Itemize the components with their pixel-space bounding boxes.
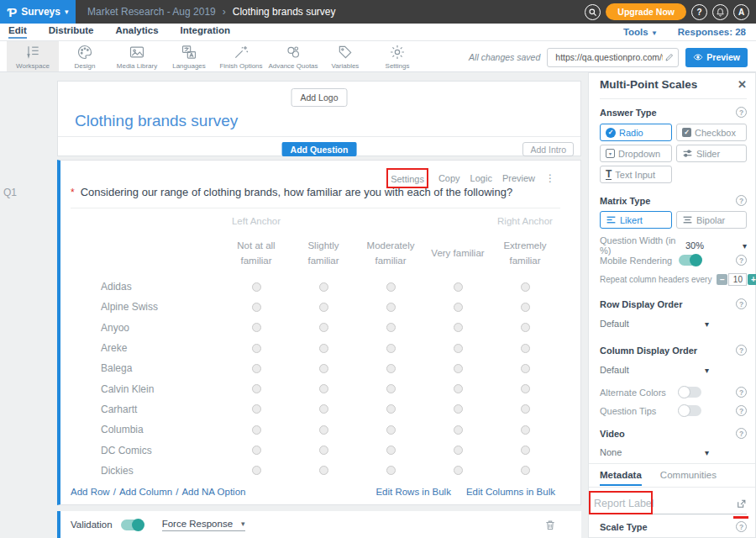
question-action-copy[interactable]: Copy xyxy=(438,173,460,183)
add-column-link[interactable]: Add Column xyxy=(119,487,172,497)
tools-menu[interactable]: Tools ▼ xyxy=(623,27,658,37)
option-text-input[interactable]: TText Input xyxy=(600,166,672,183)
help-icon[interactable]: ? xyxy=(736,428,747,439)
toolbar-item-finish-options[interactable]: Finish Options xyxy=(215,41,267,71)
help-icon[interactable]: ? xyxy=(736,345,747,356)
toolbar-item-variables[interactable]: Variables xyxy=(319,41,371,71)
edit-url-pencil-icon[interactable] xyxy=(664,52,675,62)
radio-button[interactable] xyxy=(521,466,530,475)
help-icon[interactable]: ? xyxy=(736,298,747,309)
radio-button[interactable] xyxy=(319,364,328,373)
breadcrumb-parent-link[interactable]: Market Research - Aug 2019 xyxy=(87,6,216,18)
column-display-order-dropdown[interactable]: Default ▾ xyxy=(600,365,709,375)
edit-columns-in-bulk-link[interactable]: Edit Columns in Bulk xyxy=(466,487,555,497)
question-overflow-menu-icon[interactable]: ⋮ xyxy=(545,172,555,184)
radio-button[interactable] xyxy=(454,303,463,312)
open-report-label-icon[interactable] xyxy=(736,498,747,509)
radio-button[interactable] xyxy=(386,303,396,312)
toolbar-item-languages[interactable]: Languages xyxy=(163,41,215,71)
matrix-row-label[interactable]: DC Comics xyxy=(71,445,223,456)
radio-button[interactable] xyxy=(319,344,328,353)
help-icon[interactable]: ? xyxy=(736,521,747,532)
row-display-order-dropdown[interactable]: Default ▾ xyxy=(600,319,709,329)
radio-button[interactable] xyxy=(252,404,261,414)
radio-button[interactable] xyxy=(252,425,261,435)
add-question-button[interactable]: Add Question xyxy=(282,142,357,156)
radio-button[interactable] xyxy=(521,384,530,393)
nav-tab-edit[interactable]: Edit xyxy=(8,25,27,39)
mobile-rendering-toggle[interactable] xyxy=(679,255,701,266)
radio-button[interactable] xyxy=(252,344,261,353)
question-tips-toggle[interactable] xyxy=(679,405,701,416)
matrix-column-header-very-familiar[interactable]: Very familiar xyxy=(424,246,491,261)
matrix-row-label[interactable]: Alpine Swiss xyxy=(71,301,223,313)
radio-button[interactable] xyxy=(319,404,328,414)
matrix-column-header-slightly-familiar[interactable]: Slightly familiar xyxy=(290,239,357,269)
matrix-row-label[interactable]: Dickies xyxy=(71,465,223,477)
help-icon[interactable]: ? xyxy=(736,255,747,266)
repeat-headers-value[interactable] xyxy=(728,273,747,286)
minus-button[interactable]: − xyxy=(717,274,727,285)
radio-button[interactable] xyxy=(454,384,463,393)
radio-button[interactable] xyxy=(386,384,396,393)
nav-tab-analytics[interactable]: Analytics xyxy=(115,25,158,39)
radio-button[interactable] xyxy=(319,425,328,435)
radio-button[interactable] xyxy=(454,446,463,455)
validation-toggle[interactable] xyxy=(121,520,144,530)
radio-button[interactable] xyxy=(386,364,396,373)
matrix-column-header-moderately-familiar[interactable]: Moderately familiar xyxy=(357,239,424,269)
radio-button[interactable] xyxy=(386,425,396,435)
help-button[interactable]: ? xyxy=(691,4,707,20)
matrix-row-label[interactable]: Carhartt xyxy=(71,404,223,415)
radio-button[interactable] xyxy=(252,384,261,393)
radio-button[interactable] xyxy=(319,446,328,455)
notifications-bell-icon[interactable] xyxy=(712,4,728,20)
option-radio[interactable]: ✓Radio xyxy=(600,124,672,141)
option-bipolar[interactable]: Bipolar xyxy=(676,211,747,229)
toolbar-item-media-library[interactable]: Media Library xyxy=(111,41,163,71)
help-icon[interactable]: ? xyxy=(736,195,747,206)
radio-button[interactable] xyxy=(454,344,463,353)
add-intro-button[interactable]: Add Intro xyxy=(522,142,574,156)
radio-button[interactable] xyxy=(252,303,261,312)
radio-button[interactable] xyxy=(521,323,530,332)
matrix-row-label[interactable]: Calvin Klein xyxy=(71,383,223,395)
close-icon[interactable]: ✕ xyxy=(738,78,747,91)
matrix-row-label[interactable]: Balega xyxy=(71,362,223,374)
question-action-preview[interactable]: Preview xyxy=(502,173,535,183)
help-icon[interactable]: ? xyxy=(736,405,747,416)
radio-button[interactable] xyxy=(454,425,463,435)
add-na-option-link[interactable]: Add NA Option xyxy=(181,487,245,497)
radio-button[interactable] xyxy=(454,282,463,292)
radio-button[interactable] xyxy=(319,323,328,332)
matrix-row-label[interactable]: Columbia xyxy=(71,424,223,435)
responses-count[interactable]: Responses: 28 xyxy=(678,27,746,37)
radio-button[interactable] xyxy=(319,384,328,393)
help-icon[interactable]: ? xyxy=(736,107,747,118)
radio-button[interactable] xyxy=(252,282,261,292)
radio-button[interactable] xyxy=(521,404,530,414)
radio-button[interactable] xyxy=(454,404,463,414)
radio-button[interactable] xyxy=(386,282,396,292)
question-text[interactable]: Considering our range of clothing brands… xyxy=(81,186,513,198)
radio-button[interactable] xyxy=(252,364,261,373)
radio-button[interactable] xyxy=(386,404,396,414)
radio-button[interactable] xyxy=(521,303,530,312)
radio-button[interactable] xyxy=(386,466,396,475)
radio-button[interactable] xyxy=(454,323,463,332)
radio-button[interactable] xyxy=(521,364,530,373)
toolbar-item-design[interactable]: Design xyxy=(59,41,111,71)
radio-button[interactable] xyxy=(521,425,530,435)
radio-button[interactable] xyxy=(252,323,261,332)
add-row-link[interactable]: Add Row xyxy=(71,487,110,497)
radio-button[interactable] xyxy=(521,282,530,292)
question-action-settings[interactable]: Settings xyxy=(391,174,424,184)
radio-button[interactable] xyxy=(386,446,396,455)
option-checkbox[interactable]: ✓Checkbox xyxy=(676,124,747,141)
option-slider[interactable]: Slider xyxy=(676,145,747,162)
radio-button[interactable] xyxy=(386,323,396,332)
radio-button[interactable] xyxy=(521,446,530,455)
matrix-row-label[interactable]: Areke xyxy=(71,342,223,354)
plus-button[interactable]: + xyxy=(748,274,756,285)
radio-button[interactable] xyxy=(454,466,463,475)
